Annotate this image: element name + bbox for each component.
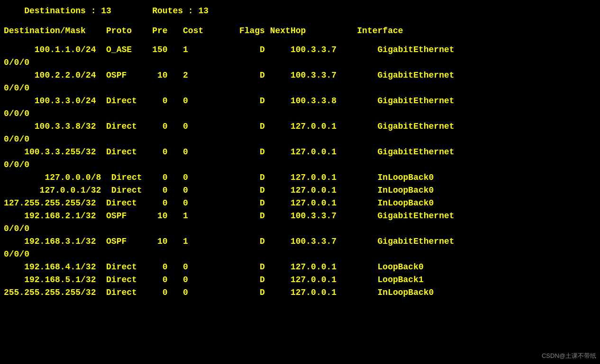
table-row: 100.2.2.0/24 OSPF 10 2 D 100.3.3.7 Gigab… — [0, 69, 600, 82]
table-row: 255.255.255.255/32 Direct 0 0 D 127.0.0.… — [0, 286, 600, 299]
table-row: 192.168.5.1/32 Direct 0 0 D 127.0.0.1 Lo… — [0, 274, 600, 286]
table-row-continued: 0/0/0 — [0, 107, 600, 120]
table-row: 192.168.2.1/32 OSPF 10 1 D 100.3.3.7 Gig… — [0, 210, 600, 222]
table-row-continued: 0/0/0 — [0, 82, 600, 95]
table-row: 127.0.0.1/32 Direct 0 0 D 127.0.0.1 InLo… — [0, 184, 600, 197]
table-row: 192.168.4.1/32 Direct 0 0 D 127.0.0.1 Lo… — [0, 261, 600, 274]
table-row: 127.255.255.255/32 Direct 0 0 D 127.0.0.… — [0, 197, 600, 210]
table-row-continued: 0/0/0 — [0, 248, 600, 261]
table-row: 100.3.3.255/32 Direct 0 0 D 127.0.0.1 Gi… — [0, 146, 600, 159]
table-row: 100.3.3.0/24 Direct 0 0 D 100.3.3.8 Giga… — [0, 95, 600, 107]
routes-table: 100.1.1.0/24 O_ASE 150 1 D 100.3.3.7 Gig… — [0, 44, 600, 299]
table-row-continued: 0/0/0 — [0, 56, 600, 69]
table-row: 192.168.3.1/32 OSPF 10 1 D 100.3.3.7 Gig… — [0, 235, 600, 248]
table-row-continued: 0/0/0 — [0, 222, 600, 235]
watermark-text: CSDN@土课不带纸 — [542, 352, 596, 360]
table-row-continued: 0/0/0 — [0, 159, 600, 171]
table-row: 100.1.1.0/24 O_ASE 150 1 D 100.3.3.7 Gig… — [0, 44, 600, 56]
column-headers: Destination/Mask Proto Pre Cost Flags Ne… — [0, 23, 600, 39]
terminal-output: Destinations : 13 Routes : 13 Destinatio… — [0, 4, 600, 299]
table-row: 127.0.0.0/8 Direct 0 0 D 127.0.0.1 InLoo… — [0, 171, 600, 184]
table-row-continued: 0/0/0 — [0, 133, 600, 146]
table-row: 100.3.3.8/32 Direct 0 0 D 127.0.0.1 Giga… — [0, 120, 600, 133]
summary-line: Destinations : 13 Routes : 13 — [0, 4, 600, 18]
